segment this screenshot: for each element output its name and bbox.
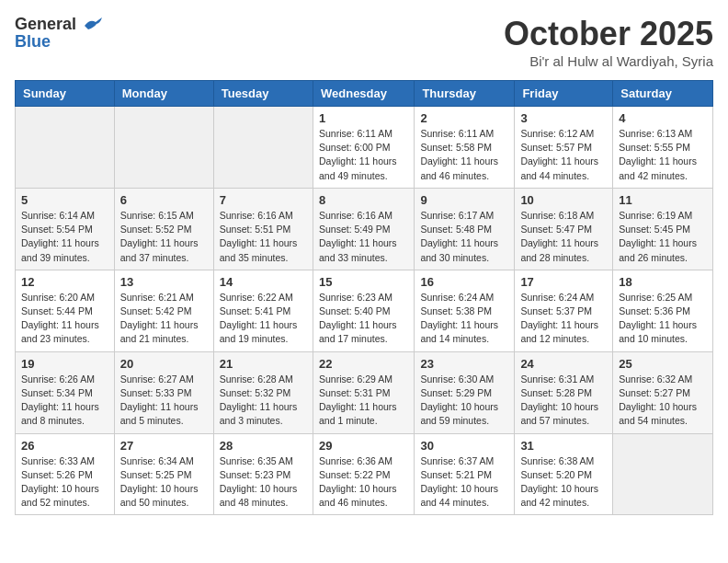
day-number: 19 — [21, 357, 108, 371]
day-info: Sunrise: 6:11 AM Sunset: 6:00 PM Dayligh… — [319, 127, 408, 183]
day-info: Sunrise: 6:15 AM Sunset: 5:52 PM Dayligh… — [120, 209, 208, 265]
day-info: Sunrise: 6:11 AM Sunset: 5:58 PM Dayligh… — [420, 127, 508, 183]
day-number: 16 — [420, 275, 508, 289]
day-number: 12 — [21, 275, 108, 289]
calendar-cell: 28Sunrise: 6:35 AM Sunset: 5:23 PM Dayli… — [213, 433, 313, 515]
calendar-cell: 20Sunrise: 6:27 AM Sunset: 5:33 PM Dayli… — [114, 351, 213, 433]
day-number: 8 — [319, 193, 408, 207]
header-saturday: Saturday — [613, 81, 713, 107]
day-info: Sunrise: 6:16 AM Sunset: 5:51 PM Dayligh… — [220, 209, 307, 265]
day-number: 27 — [120, 439, 208, 453]
calendar-cell: 11Sunrise: 6:19 AM Sunset: 5:45 PM Dayli… — [613, 188, 713, 270]
day-number: 31 — [520, 439, 607, 453]
calendar-cell: 24Sunrise: 6:31 AM Sunset: 5:28 PM Dayli… — [515, 351, 613, 433]
location-subtitle: Bi'r al Hulw al Wardiyah, Syria — [504, 53, 713, 69]
calendar-cell: 18Sunrise: 6:25 AM Sunset: 5:36 PM Dayli… — [613, 270, 713, 351]
day-number: 25 — [619, 357, 707, 371]
day-info: Sunrise: 6:19 AM Sunset: 5:45 PM Dayligh… — [619, 209, 707, 265]
header-friday: Friday — [515, 81, 613, 107]
day-info: Sunrise: 6:32 AM Sunset: 5:27 PM Dayligh… — [619, 373, 707, 429]
day-number: 2 — [420, 111, 508, 125]
day-number: 15 — [319, 275, 408, 289]
calendar-cell: 29Sunrise: 6:36 AM Sunset: 5:22 PM Dayli… — [313, 433, 414, 515]
calendar-cell: 6Sunrise: 6:15 AM Sunset: 5:52 PM Daylig… — [114, 188, 213, 270]
calendar-cell: 8Sunrise: 6:16 AM Sunset: 5:49 PM Daylig… — [313, 188, 414, 270]
day-number: 20 — [120, 357, 208, 371]
header-tuesday: Tuesday — [213, 81, 313, 107]
calendar-cell: 19Sunrise: 6:26 AM Sunset: 5:34 PM Dayli… — [16, 351, 115, 433]
day-number: 10 — [520, 193, 607, 207]
day-number: 28 — [220, 439, 307, 453]
logo: General Blue — [15, 15, 103, 52]
day-number: 21 — [220, 357, 307, 371]
calendar-cell — [114, 107, 213, 189]
day-info: Sunrise: 6:23 AM Sunset: 5:40 PM Dayligh… — [319, 291, 408, 347]
calendar-cell: 16Sunrise: 6:24 AM Sunset: 5:38 PM Dayli… — [415, 270, 515, 351]
calendar-cell: 1Sunrise: 6:11 AM Sunset: 6:00 PM Daylig… — [313, 107, 414, 189]
day-number: 13 — [120, 275, 208, 289]
day-number: 30 — [420, 439, 508, 453]
header-sunday: Sunday — [16, 81, 115, 107]
calendar-cell: 2Sunrise: 6:11 AM Sunset: 5:58 PM Daylig… — [415, 107, 515, 189]
day-number: 4 — [619, 111, 707, 125]
calendar-cell: 23Sunrise: 6:30 AM Sunset: 5:29 PM Dayli… — [415, 351, 515, 433]
calendar-table: SundayMondayTuesdayWednesdayThursdayFrid… — [15, 80, 713, 515]
day-number: 24 — [520, 357, 607, 371]
day-info: Sunrise: 6:24 AM Sunset: 5:37 PM Dayligh… — [520, 291, 607, 347]
calendar-cell — [16, 107, 115, 189]
day-info: Sunrise: 6:36 AM Sunset: 5:22 PM Dayligh… — [319, 454, 408, 511]
calendar-cell: 12Sunrise: 6:20 AM Sunset: 5:44 PM Dayli… — [16, 270, 115, 351]
calendar-week-row: 1Sunrise: 6:11 AM Sunset: 6:00 PM Daylig… — [16, 107, 713, 189]
day-info: Sunrise: 6:31 AM Sunset: 5:28 PM Dayligh… — [520, 373, 607, 429]
calendar-cell: 17Sunrise: 6:24 AM Sunset: 5:37 PM Dayli… — [515, 270, 613, 351]
logo-bird-icon — [83, 17, 103, 33]
day-info: Sunrise: 6:38 AM Sunset: 5:20 PM Dayligh… — [520, 454, 607, 511]
day-info: Sunrise: 6:12 AM Sunset: 5:57 PM Dayligh… — [520, 127, 607, 183]
day-number: 5 — [21, 193, 108, 207]
calendar-cell: 26Sunrise: 6:33 AM Sunset: 5:26 PM Dayli… — [16, 433, 115, 515]
day-info: Sunrise: 6:13 AM Sunset: 5:55 PM Dayligh… — [619, 127, 707, 183]
calendar-cell: 13Sunrise: 6:21 AM Sunset: 5:42 PM Dayli… — [114, 270, 213, 351]
day-info: Sunrise: 6:14 AM Sunset: 5:54 PM Dayligh… — [21, 209, 108, 265]
day-number: 22 — [319, 357, 408, 371]
day-number: 7 — [220, 193, 307, 207]
day-info: Sunrise: 6:27 AM Sunset: 5:33 PM Dayligh… — [120, 373, 208, 429]
calendar-header-row: SundayMondayTuesdayWednesdayThursdayFrid… — [16, 81, 713, 107]
logo-general: General — [15, 15, 76, 33]
header-wednesday: Wednesday — [313, 81, 414, 107]
day-number: 6 — [120, 193, 208, 207]
day-info: Sunrise: 6:25 AM Sunset: 5:36 PM Dayligh… — [619, 291, 707, 347]
calendar-cell: 30Sunrise: 6:37 AM Sunset: 5:21 PM Dayli… — [415, 433, 515, 515]
calendar-cell: 3Sunrise: 6:12 AM Sunset: 5:57 PM Daylig… — [515, 107, 613, 189]
header-thursday: Thursday — [415, 81, 515, 107]
calendar-cell: 7Sunrise: 6:16 AM Sunset: 5:51 PM Daylig… — [213, 188, 313, 270]
logo-blue: Blue — [15, 32, 51, 52]
calendar-cell: 14Sunrise: 6:22 AM Sunset: 5:41 PM Dayli… — [213, 270, 313, 351]
calendar-cell: 5Sunrise: 6:14 AM Sunset: 5:54 PM Daylig… — [16, 188, 115, 270]
title-block: October 2025 Bi'r al Hulw al Wardiyah, S… — [504, 15, 713, 69]
calendar-cell: 25Sunrise: 6:32 AM Sunset: 5:27 PM Dayli… — [613, 351, 713, 433]
day-info: Sunrise: 6:29 AM Sunset: 5:31 PM Dayligh… — [319, 373, 408, 429]
day-number: 23 — [420, 357, 508, 371]
day-info: Sunrise: 6:28 AM Sunset: 5:32 PM Dayligh… — [220, 373, 307, 429]
day-info: Sunrise: 6:34 AM Sunset: 5:25 PM Dayligh… — [120, 454, 208, 511]
day-number: 1 — [319, 111, 408, 125]
day-number: 9 — [420, 193, 508, 207]
day-info: Sunrise: 6:18 AM Sunset: 5:47 PM Dayligh… — [520, 209, 607, 265]
day-info: Sunrise: 6:21 AM Sunset: 5:42 PM Dayligh… — [120, 291, 208, 347]
calendar-cell: 9Sunrise: 6:17 AM Sunset: 5:48 PM Daylig… — [415, 188, 515, 270]
day-info: Sunrise: 6:22 AM Sunset: 5:41 PM Dayligh… — [220, 291, 307, 347]
calendar-cell — [213, 107, 313, 189]
calendar-cell: 21Sunrise: 6:28 AM Sunset: 5:32 PM Dayli… — [213, 351, 313, 433]
day-info: Sunrise: 6:35 AM Sunset: 5:23 PM Dayligh… — [220, 454, 307, 511]
calendar-cell: 4Sunrise: 6:13 AM Sunset: 5:55 PM Daylig… — [613, 107, 713, 189]
day-info: Sunrise: 6:37 AM Sunset: 5:21 PM Dayligh… — [420, 454, 508, 511]
day-info: Sunrise: 6:16 AM Sunset: 5:49 PM Dayligh… — [319, 209, 408, 265]
day-number: 18 — [619, 275, 707, 289]
calendar-cell: 31Sunrise: 6:38 AM Sunset: 5:20 PM Dayli… — [515, 433, 613, 515]
day-info: Sunrise: 6:30 AM Sunset: 5:29 PM Dayligh… — [420, 373, 508, 429]
day-number: 29 — [319, 439, 408, 453]
day-number: 14 — [220, 275, 307, 289]
day-number: 26 — [21, 439, 108, 453]
month-title: October 2025 — [504, 15, 713, 53]
